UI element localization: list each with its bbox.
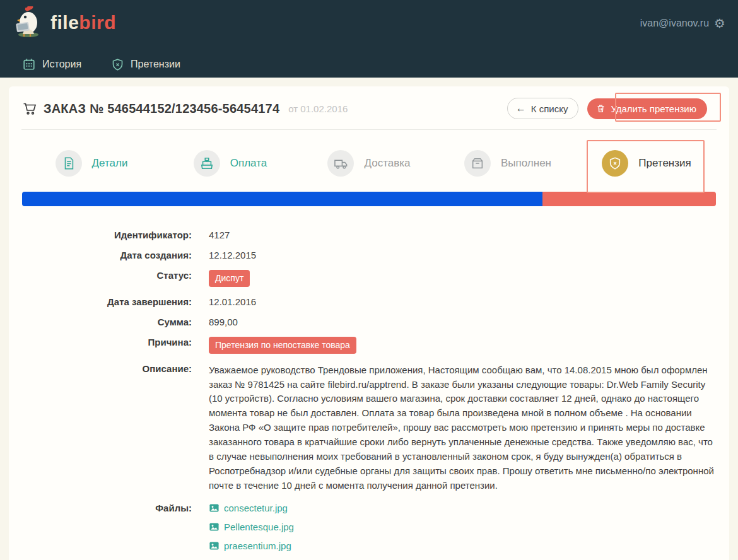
image-file-icon: [209, 540, 220, 551]
account-area: ivan@ivanov.ru ⚙: [640, 17, 725, 30]
arrow-left-icon: ←: [516, 103, 526, 114]
truck-icon: [327, 150, 354, 177]
tab-completed[interactable]: Выполнен: [438, 144, 577, 183]
file-attachment-link[interactable]: Pellentesque.jpg: [209, 522, 716, 532]
logo-text: filebird: [50, 12, 116, 33]
shield-icon: [111, 58, 124, 71]
image-file-icon: [209, 503, 220, 513]
progress-blue: [22, 192, 542, 206]
reason-badge: Претензия по непоставке товара: [209, 337, 356, 354]
nav-label-claims: Претензии: [131, 59, 180, 70]
nav-item-claims[interactable]: Претензии: [111, 58, 180, 71]
back-to-list-button[interactable]: ← К списку: [507, 98, 579, 119]
detail-row-amount: Сумма: 899,00: [22, 315, 716, 327]
order-header: ЗАКАЗ № 546544152/123456-56454174 от 01.…: [22, 98, 716, 119]
tab-details[interactable]: Детали: [22, 144, 161, 183]
box-icon: [464, 150, 491, 177]
app-header: filebird ivan@ivanov.ru ⚙ История: [0, 0, 738, 78]
status-badge: Диспут: [209, 270, 250, 287]
order-card: ЗАКАЗ № 546544152/123456-56454174 от 01.…: [9, 86, 729, 560]
nav-label-history: История: [42, 59, 81, 70]
order-title: ЗАКАЗ № 546544152/123456-56454174: [44, 102, 279, 116]
file-attachment-link[interactable]: praesentium.jpg: [209, 540, 716, 551]
order-stage-tabs: Детали Оплата До: [22, 144, 716, 183]
detail-row-finished: Дата завершения: 12.01.2016: [22, 295, 716, 307]
detail-row-files: Файлы: consectetur.jpg: [22, 501, 716, 559]
header-divider: [21, 129, 717, 130]
progress-red: [542, 192, 716, 206]
delete-claim-button[interactable]: Удалить претензию: [587, 98, 707, 119]
order-progress-bar: [22, 192, 716, 206]
tab-payment[interactable]: Оплата: [161, 144, 300, 183]
detail-row-created: Дата создания: 12.12.2015: [22, 248, 716, 260]
claim-details: Идентификатор: 4127 Дата создания: 12.12…: [22, 228, 716, 559]
tab-claim[interactable]: Претензия: [577, 144, 716, 183]
file-attachment-link[interactable]: consectetur.jpg: [209, 503, 716, 513]
trash-icon: [596, 103, 606, 114]
claim-description-text: Уважаемое руководство Трендовые приложен…: [209, 361, 716, 493]
nav-item-history[interactable]: История: [22, 57, 81, 71]
cash-register-icon: [194, 150, 220, 177]
detail-row-reason: Причина: Претензия по непоставке товара: [22, 335, 716, 354]
order-date: от 01.02.2016: [288, 103, 348, 114]
calendar-icon: [22, 57, 36, 71]
file-text-icon: [56, 150, 82, 177]
filebird-logo[interactable]: filebird: [11, 6, 116, 39]
settings-gear-icon[interactable]: ⚙: [714, 17, 725, 30]
image-file-icon: [209, 522, 220, 532]
detail-row-id: Идентификатор: 4127: [22, 228, 716, 240]
user-email: ivan@ivanov.ru: [640, 18, 709, 29]
filebird-mascot-logo: [11, 6, 44, 39]
main-nav: История Претензии: [22, 57, 180, 71]
detail-row-status: Статус: Диспут: [22, 268, 716, 287]
cart-icon: [22, 101, 37, 116]
detail-row-description: Описание: Уважаемое руководство Трендовы…: [22, 361, 716, 493]
shield-x-icon: [602, 150, 628, 177]
tab-delivery[interactable]: Доставка: [300, 144, 438, 183]
